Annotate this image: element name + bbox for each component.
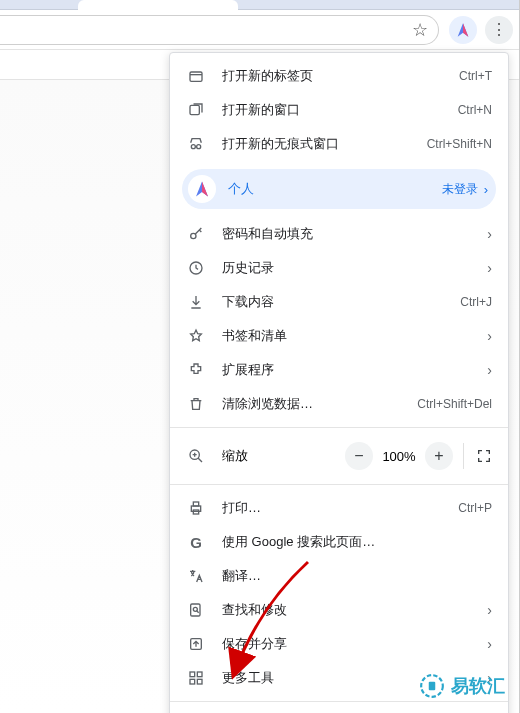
menu-shortcut: Ctrl+T (459, 69, 492, 83)
toolbar: ☆ ⋮ (0, 10, 519, 50)
svg-rect-15 (190, 679, 195, 684)
menu-label: 扩展程序 (222, 361, 481, 379)
incognito-icon (184, 136, 208, 152)
zoom-icon (184, 448, 208, 464)
svg-rect-14 (197, 672, 202, 677)
menu-profile[interactable]: 个人 未登录 › (182, 169, 496, 209)
menu-passwords[interactable]: 密码和自动填充 › (170, 217, 508, 251)
menu-shortcut: Ctrl+Shift+N (427, 137, 492, 151)
menu-shortcut: Ctrl+P (458, 501, 492, 515)
download-icon (184, 294, 208, 310)
tab-icon (184, 68, 208, 84)
translate-icon (184, 568, 208, 584)
svg-point-4 (191, 233, 196, 238)
menu-downloads[interactable]: 下载内容 Ctrl+J (170, 285, 508, 319)
new-window-icon (184, 102, 208, 118)
separator (170, 484, 508, 485)
chevron-right-icon: › (487, 602, 492, 618)
chevron-right-icon: › (487, 328, 492, 344)
menu-label: 保存并分享 (222, 635, 481, 653)
chevron-right-icon: › (484, 182, 488, 197)
menu-find[interactable]: 查找和修改 › (170, 593, 508, 627)
menu-save-share[interactable]: 保存并分享 › (170, 627, 508, 661)
menu-search-page[interactable]: G 使用 Google 搜索此页面… (170, 525, 508, 559)
menu-shortcut: Ctrl+Shift+Del (417, 397, 492, 411)
app-menu: 打开新的标签页 Ctrl+T 打开新的窗口 Ctrl+N 打开新的无痕式窗口 C… (169, 52, 509, 713)
active-tab[interactable] (78, 0, 238, 10)
separator (463, 443, 464, 469)
watermark: 易软汇 (419, 673, 505, 699)
menu-zoom: 缩放 − 100% + (170, 434, 508, 478)
app-menu-button[interactable]: ⋮ (485, 16, 513, 44)
history-icon (184, 260, 208, 276)
menu-clear-data[interactable]: 清除浏览数据… Ctrl+Shift+Del (170, 387, 508, 421)
svg-point-3 (197, 145, 201, 149)
menu-label: 查找和修改 (222, 601, 481, 619)
bookmark-star-icon (184, 328, 208, 344)
print-icon (184, 500, 208, 516)
find-icon (184, 602, 208, 618)
save-share-icon (184, 636, 208, 652)
chevron-right-icon: › (487, 636, 492, 652)
svg-rect-13 (190, 672, 195, 677)
menu-label: 书签和清单 (222, 327, 481, 345)
menu-label: 打开新的窗口 (222, 101, 458, 119)
menu-label: 密码和自动填充 (222, 225, 481, 243)
menu-translate[interactable]: 翻译… (170, 559, 508, 593)
key-icon (184, 226, 208, 242)
menu-shortcut: Ctrl+N (458, 103, 492, 117)
menu-label: 下载内容 (222, 293, 460, 311)
watermark-icon (419, 673, 445, 699)
svg-rect-1 (190, 105, 199, 114)
svg-rect-20 (429, 682, 436, 691)
menu-new-window[interactable]: 打开新的窗口 Ctrl+N (170, 93, 508, 127)
menu-print[interactable]: 打印… Ctrl+P (170, 491, 508, 525)
chevron-right-icon: › (487, 260, 492, 276)
menu-label: 翻译… (222, 567, 492, 585)
profile-status: 未登录 (442, 181, 478, 198)
separator (170, 427, 508, 428)
svg-rect-8 (193, 502, 198, 506)
menu-label: 打印… (222, 499, 458, 517)
address-bar[interactable]: ☆ (0, 15, 439, 45)
menu-label: 历史记录 (222, 259, 481, 277)
zoom-label: 缩放 (222, 447, 341, 465)
menu-label: 清除浏览数据… (222, 395, 417, 413)
menu-shortcut: Ctrl+J (460, 295, 492, 309)
extension-icon (184, 362, 208, 378)
zoom-in-button[interactable]: + (425, 442, 453, 470)
profile-avatar-icon (188, 175, 216, 203)
profile-label: 个人 (228, 180, 442, 198)
profile-avatar-icon[interactable] (449, 16, 477, 44)
menu-label: 打开新的标签页 (222, 67, 459, 85)
svg-rect-0 (190, 72, 202, 81)
menu-incognito[interactable]: 打开新的无痕式窗口 Ctrl+Shift+N (170, 127, 508, 161)
google-icon: G (184, 534, 208, 551)
menu-label: 打开新的无痕式窗口 (222, 135, 427, 153)
chevron-right-icon: › (487, 226, 492, 242)
zoom-out-button[interactable]: − (345, 442, 373, 470)
chevron-right-icon: › (487, 362, 492, 378)
svg-rect-16 (197, 679, 202, 684)
zoom-value: 100% (377, 449, 421, 464)
menu-bookmarks[interactable]: 书签和清单 › (170, 319, 508, 353)
svg-point-2 (191, 145, 195, 149)
menu-extensions[interactable]: 扩展程序 › (170, 353, 508, 387)
more-tools-icon (184, 670, 208, 686)
separator (170, 701, 508, 702)
bookmark-star-icon[interactable]: ☆ (412, 19, 428, 41)
menu-help[interactable]: 帮助 › (170, 708, 508, 713)
svg-rect-10 (191, 604, 200, 616)
trash-icon (184, 396, 208, 412)
menu-history[interactable]: 历史记录 › (170, 251, 508, 285)
watermark-text: 易软汇 (451, 674, 505, 698)
menu-new-tab[interactable]: 打开新的标签页 Ctrl+T (170, 59, 508, 93)
fullscreen-button[interactable] (470, 442, 498, 470)
menu-label: 使用 Google 搜索此页面… (222, 533, 492, 551)
